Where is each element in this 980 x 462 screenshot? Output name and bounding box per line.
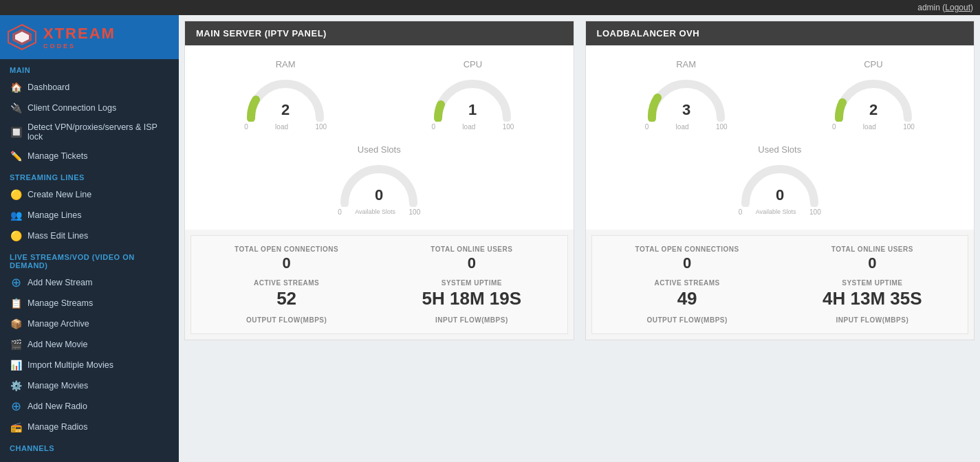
main-content: MAIN SERVER (IPTV PANEL) RAM 2	[179, 15, 980, 462]
loadbalancer-panel-body: RAM 3 0 load 100	[586, 45, 974, 230]
sidebar-label-manage-tickets: Manage Tickets	[28, 151, 88, 161]
sidebar-item-mass-edit-lines[interactable]: 🟡 Mass Edit Lines	[0, 226, 179, 246]
loadbalancer-panel: LOADBALANCER OVH RAM 3	[585, 21, 975, 340]
section-label-live-streams: LIVE STREAMS/VOD (VIDEO ON DEMAND)	[0, 246, 179, 272]
sidebar-label-add-new-movie: Add New Movie	[28, 340, 88, 349]
main-server-slots-value: 0	[375, 186, 383, 204]
sidebar-item-detect-vpn[interactable]: 🔲 Detect VPN/proxies/servers & ISP lock	[0, 118, 179, 146]
loadbalancer-cpu-value: 2	[869, 101, 878, 118]
main-server-cpu-value: 1	[468, 101, 477, 118]
sidebar-label-manage-streams: Manage Streams	[28, 298, 93, 308]
sidebar-item-add-new-radio[interactable]: ⊕ Add New Radio	[0, 396, 179, 417]
loadbalancer-cpu-gauge-svg: 2	[832, 74, 915, 122]
create-channel-icon: 📺	[10, 459, 22, 462]
loadbalancer-gauges-row-top: RAM 3 0 load 100	[593, 52, 968, 138]
sidebar-item-dashboard[interactable]: 🏠 Dashboard	[0, 77, 179, 98]
loadbalancer-output-flow: OUTPUT FLOW(MBPS)	[602, 316, 773, 324]
connection-logs-icon: 🔌	[10, 102, 22, 114]
main-server-active-streams: ACTIVE STREAMS 52	[201, 279, 372, 309]
sidebar-item-create-new-line[interactable]: 🟡 Create New Line	[0, 184, 179, 205]
main-server-cpu-gauge: CPU 1 0 load 100	[431, 59, 514, 131]
manage-tickets-icon: ✏️	[10, 150, 22, 162]
logo-text: XTREAM	[43, 25, 116, 43]
sidebar-item-manage-streams[interactable]: 📋 Manage Streams	[0, 293, 179, 314]
main-server-total-open-connections: TOTAL OPEN CONNECTIONS 0	[201, 245, 372, 272]
sidebar-label-dashboard: Dashboard	[28, 82, 69, 92]
loadbalancer-ram-gauge-svg: 3	[645, 74, 728, 122]
main-server-panel: MAIN SERVER (IPTV PANEL) RAM 2	[184, 21, 574, 340]
loadbalancer-ram-gauge: RAM 3 0 load 100	[645, 59, 728, 131]
topbar: admin (Logout)	[0, 0, 980, 15]
create-new-line-icon: 🟡	[10, 188, 22, 201]
sidebar-item-manage-movies[interactable]: ⚙️ Manage Movies	[0, 375, 179, 396]
sidebar-label-manage-lines: Manage Lines	[28, 210, 82, 220]
section-label-channels: CHANNELS	[0, 437, 179, 455]
main-server-panel-body: RAM 2 0 load 100	[185, 45, 574, 230]
loadbalancer-slots-gauge-svg: 0	[739, 159, 821, 207]
sidebar-label-add-new-radio: Add New Radio	[28, 402, 87, 411]
loadbalancer-ram-scale: 0 load 100	[645, 123, 728, 131]
loadbalancer-ram-label: RAM	[676, 59, 696, 69]
manage-streams-icon: 📋	[10, 297, 22, 309]
mass-edit-lines-icon: 🟡	[10, 230, 22, 242]
loadbalancer-ram-value: 3	[682, 101, 690, 118]
sidebar-item-manage-archive[interactable]: 📦 Manage Archive	[0, 314, 179, 334]
manage-archive-icon: 📦	[10, 318, 22, 330]
sidebar-item-add-new-stream[interactable]: ⊕ Add New Stream	[0, 272, 179, 293]
main-server-system-uptime: SYSTEM UPTIME 5H 18M 19S	[386, 279, 557, 309]
main-server-ram-label: RAM	[276, 59, 296, 69]
sidebar-item-import-multiple-movies[interactable]: 📊 Import Multiple Movies	[0, 355, 179, 375]
admin-username: admin	[917, 3, 940, 12]
main-server-slots-gauge-svg: 0	[338, 159, 420, 207]
main-server-used-slots-gauge: Used Slots 0 0 Available Slots 100	[338, 144, 420, 216]
loadbalancer-slots-value: 0	[776, 186, 784, 204]
main-server-gauges-row-top: RAM 2 0 load 100	[192, 52, 567, 138]
sidebar: XTREAM CODES MAIN 🏠 Dashboard 🔌 Client C…	[0, 15, 179, 462]
sidebar-label-create-new-line: Create New Line	[28, 190, 91, 199]
loadbalancer-cpu-label: CPU	[864, 59, 882, 69]
main-server-cpu-label: CPU	[464, 59, 482, 69]
main-server-panel-header: MAIN SERVER (IPTV PANEL)	[185, 21, 574, 45]
sidebar-item-manage-tickets[interactable]: ✏️ Manage Tickets	[0, 146, 179, 166]
main-server-slots-scale: 0 Available Slots 100	[338, 208, 420, 216]
logo-area: XTREAM CODES	[0, 15, 179, 59]
loadbalancer-used-slots-row: Used Slots 0 0 Available Slots 100	[593, 138, 968, 223]
main-server-cpu-scale: 0 load 100	[431, 123, 514, 131]
loadbalancer-cpu-gauge: CPU 2 0 load 100	[832, 59, 915, 131]
main-server-ram-scale: 0 load 100	[244, 123, 327, 131]
manage-radios-icon: 📻	[10, 421, 22, 433]
import-multiple-movies-icon: 📊	[10, 359, 22, 371]
main-server-ram-gauge-svg: 2	[244, 74, 327, 122]
sidebar-item-manage-radios[interactable]: 📻 Manage Radios	[0, 417, 179, 437]
loadbalancer-slots-scale: 0 Available Slots 100	[739, 208, 821, 216]
main-server-cpu-gauge-svg: 1	[431, 74, 514, 122]
loadbalancer-total-open-connections: TOTAL OPEN CONNECTIONS 0	[602, 245, 773, 272]
main-server-stats-box: TOTAL OPEN CONNECTIONS 0 TOTAL ONLINE US…	[190, 235, 568, 334]
loadbalancer-total-online-users: TOTAL ONLINE USERS 0	[787, 245, 958, 272]
sidebar-label-manage-radios: Manage Radios	[28, 422, 88, 432]
logo-icon	[7, 23, 38, 51]
sidebar-label-import-multiple-movies: Import Multiple Movies	[28, 360, 113, 370]
section-label-streaming-lines: STREAMING LINES	[0, 166, 179, 184]
manage-movies-icon: ⚙️	[10, 380, 22, 392]
main-server-total-online-users: TOTAL ONLINE USERS 0	[386, 245, 557, 272]
main-server-used-slots-row: Used Slots 0 0 Available Slots 100	[192, 138, 567, 223]
panels-row: MAIN SERVER (IPTV PANEL) RAM 2	[179, 15, 980, 346]
loadbalancer-stats-box: TOTAL OPEN CONNECTIONS 0 TOTAL ONLINE US…	[591, 235, 969, 334]
manage-lines-icon: 👥	[10, 209, 22, 221]
logout-link[interactable]: Logout	[945, 3, 970, 12]
detect-vpn-icon: 🔲	[10, 126, 22, 138]
sidebar-label-detect-vpn: Detect VPN/proxies/servers & ISP lock	[28, 122, 169, 142]
loadbalancer-panel-header: LOADBALANCER OVH	[586, 21, 974, 45]
sidebar-item-client-connection-logs[interactable]: 🔌 Client Connection Logs	[0, 98, 179, 118]
sidebar-item-create-channel[interactable]: 📺 Create Channel	[0, 455, 179, 462]
sidebar-item-add-new-movie[interactable]: 🎬 Add New Movie	[0, 334, 179, 355]
sidebar-label-mass-edit-lines: Mass Edit Lines	[28, 231, 88, 241]
add-new-radio-icon: ⊕	[10, 400, 22, 412]
sidebar-label-manage-movies: Manage Movies	[28, 381, 88, 390]
loadbalancer-used-slots-label: Used Slots	[758, 144, 801, 155]
sidebar-item-manage-lines[interactable]: 👥 Manage Lines	[0, 205, 179, 226]
main-server-output-flow: OUTPUT FLOW(MBPS)	[201, 316, 372, 324]
main-server-ram-value: 2	[281, 101, 290, 118]
dashboard-icon: 🏠	[10, 81, 22, 94]
